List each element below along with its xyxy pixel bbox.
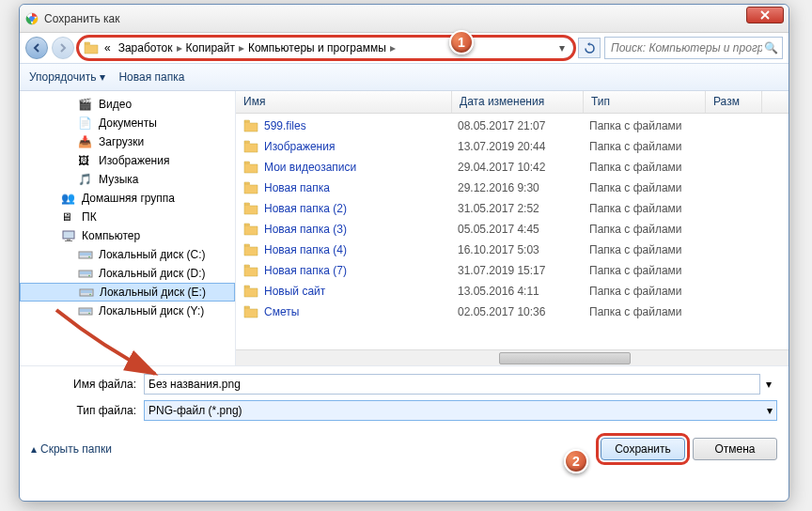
forward-button[interactable] [52, 37, 74, 59]
file-name: Новая папка (2) [264, 202, 458, 215]
file-row[interactable]: Новая папка (3)05.05.2017 4:45Папка с фа… [236, 219, 789, 240]
organize-button[interactable]: Упорядочить ▾ [29, 70, 105, 84]
file-name: Изображения [264, 140, 458, 153]
file-name: Новый сайт [264, 285, 458, 298]
disk-icon [78, 248, 93, 261]
doc-icon: 📄 [78, 116, 93, 130]
breadcrumb-dropdown[interactable]: ▾ [554, 41, 570, 54]
cancel-button[interactable]: Отмена [693, 438, 777, 460]
file-date: 02.05.2017 10:36 [458, 305, 589, 318]
chrome-icon [25, 12, 39, 25]
tree-node[interactable]: 🎬Видео [20, 95, 235, 114]
folder-icon [243, 305, 258, 318]
col-size[interactable]: Разм [706, 91, 762, 113]
disk-icon [78, 267, 93, 280]
file-row[interactable]: 599.files08.05.2017 21:07Папка с файлами [236, 116, 789, 136]
tree-node[interactable]: 🎵Музыка [20, 170, 235, 189]
file-date: 31.05.2017 2:52 [458, 202, 589, 215]
tree-node[interactable]: Локальный диск (C:) [20, 245, 235, 264]
file-name: Новая папка [264, 181, 458, 194]
file-type: Папка с файлами [589, 285, 711, 298]
col-date[interactable]: Дата изменения [452, 91, 584, 113]
tree-label: Локальный диск (D:) [99, 267, 206, 280]
file-row[interactable]: Мои видеозаписи29.04.2017 10:42Папка с ф… [236, 157, 789, 178]
file-type: Папка с файлами [589, 140, 711, 153]
file-date: 31.07.2019 15:17 [458, 264, 589, 277]
refresh-button[interactable] [578, 38, 601, 58]
tree-label: Загрузки [99, 135, 144, 148]
computer-icon [61, 229, 76, 242]
file-row[interactable]: Сметы02.05.2017 10:36Папка с файлами [236, 302, 789, 322]
scrollbar-thumb[interactable] [499, 352, 631, 364]
tree-label: Изображения [99, 154, 169, 167]
chevron-down-icon: ▾ [100, 70, 105, 84]
tree-node[interactable]: Компьютер [20, 226, 235, 245]
close-button[interactable] [746, 7, 784, 23]
annotation-marker-2: 2 [564, 449, 588, 473]
breadcrumb-item[interactable]: Копирайт [182, 41, 239, 54]
filename-dropdown[interactable]: ▾ [760, 378, 777, 391]
titlebar[interactable]: Сохранить как [20, 5, 789, 33]
tree-label: Документы [99, 116, 157, 130]
chevron-up-icon: ▴ [31, 442, 37, 456]
tree-label: Компьютер [82, 229, 140, 242]
folder-icon [243, 202, 258, 215]
file-row[interactable]: Новый сайт13.05.2016 4:11Папка с файлами [236, 281, 789, 302]
file-row[interactable]: Новая папка (4)16.10.2017 5:03Папка с фа… [236, 240, 789, 260]
filetype-select[interactable]: PNG-файл (*.png) ▾ [144, 400, 777, 421]
search-icon[interactable]: 🔍 [764, 41, 778, 54]
button-row: ▴ Скрыть папки Сохранить Отмена [20, 432, 789, 470]
close-icon [760, 10, 770, 20]
file-name: Мои видеозаписи [264, 161, 458, 174]
filename-input[interactable] [144, 374, 760, 395]
folder-icon [243, 119, 258, 132]
chevron-right-icon: ▸ [390, 41, 396, 54]
file-type: Папка с файлами [589, 243, 711, 256]
tree-node[interactable]: Локальный диск (E:) [20, 283, 235, 302]
annotation-marker-1: 1 [449, 30, 474, 54]
folder-icon [84, 41, 99, 54]
save-button[interactable]: Сохранить [601, 438, 685, 460]
breadcrumb-item[interactable]: Заработок [115, 41, 177, 54]
folder-icon [243, 223, 258, 236]
breadcrumb-bar[interactable]: « Заработок▸ Копирайт▸ Компьютеры и прог… [78, 37, 574, 59]
folder-icon [243, 264, 258, 277]
file-type: Папка с файлами [589, 161, 711, 174]
file-row[interactable]: Новая папка (2)31.05.2017 2:52Папка с фа… [236, 198, 789, 219]
file-date: 05.05.2017 4:45 [458, 223, 589, 236]
toolbar: Упорядочить ▾ Новая папка [20, 63, 789, 91]
breadcrumb-item[interactable]: Компьютеры и программы [244, 41, 390, 54]
music-icon: 🎵 [78, 173, 93, 186]
file-row[interactable]: Изображения13.07.2019 20:44Папка с файла… [236, 136, 789, 157]
tree-node[interactable]: Локальный диск (D:) [20, 264, 235, 283]
tree-node[interactable]: 👥Домашняя группа [20, 189, 235, 208]
col-name[interactable]: Имя [236, 91, 452, 113]
file-type: Папка с файлами [589, 181, 711, 194]
tree-label: Локальный диск (C:) [99, 248, 206, 261]
file-type: Папка с файлами [589, 305, 711, 318]
tree-node[interactable]: 🖼Изображения [20, 151, 235, 170]
homegroup-icon: 👥 [61, 192, 76, 205]
disk-icon [79, 286, 94, 299]
tree-node[interactable]: 📥Загрузки [20, 132, 235, 151]
file-name: Новая папка (3) [264, 223, 458, 236]
tree-node[interactable]: 📄Документы [20, 114, 235, 132]
folder-icon [243, 285, 258, 298]
folder-icon [243, 181, 258, 194]
nav-row: « Заработок▸ Копирайт▸ Компьютеры и прог… [20, 33, 789, 63]
search-field[interactable]: 🔍 [604, 37, 783, 59]
column-headers[interactable]: Имя Дата изменения Тип Разм [236, 91, 789, 114]
tree-node[interactable]: 🖥ПК [20, 208, 235, 226]
refresh-icon [584, 42, 596, 54]
horizontal-scrollbar[interactable] [236, 349, 789, 365]
new-folder-button[interactable]: Новая папка [118, 70, 184, 84]
download-icon: 📥 [78, 135, 93, 148]
search-input[interactable] [609, 40, 764, 55]
file-row[interactable]: Новая папка29.12.2016 9:30Папка с файлам… [236, 178, 789, 198]
col-type[interactable]: Тип [584, 91, 706, 113]
breadcrumb-prefix: « [101, 41, 115, 54]
file-row[interactable]: Новая папка (7)31.07.2019 15:17Папка с ф… [236, 260, 789, 281]
back-button[interactable] [25, 37, 48, 59]
file-list[interactable]: 599.files08.05.2017 21:07Папка с файлами… [236, 114, 789, 349]
hide-folders-link[interactable]: ▴ Скрыть папки [31, 442, 112, 456]
